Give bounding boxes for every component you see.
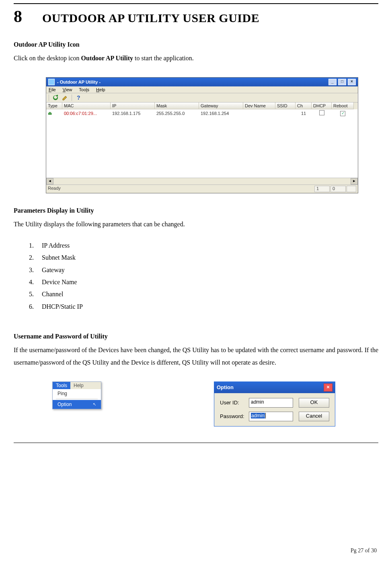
list-item: DHCP/Static IP <box>35 301 378 313</box>
menu-tab-tools[interactable]: Tools <box>53 382 70 389</box>
cell-mask: 255.255.255.0 <box>155 111 199 116</box>
password-value: admin <box>251 413 265 418</box>
cell-mac: 00:06:c7:01:29... <box>62 111 111 116</box>
list-item: Subnet Mask <box>35 252 378 264</box>
top-rule <box>14 3 378 4</box>
cell-gateway: 192.168.1.254 <box>199 111 243 116</box>
svg-text:?: ? <box>77 94 80 101</box>
chapter-title: OUTDOOR AP UTILITY USER GUIDE <box>42 11 259 25</box>
reboot-checkbox[interactable] <box>340 111 345 116</box>
col-reboot[interactable]: Reboot <box>332 103 354 109</box>
menu-item-option-label: Option <box>57 402 72 407</box>
col-ssid[interactable]: SSID <box>275 103 296 109</box>
status-pane-1: 1 <box>314 186 330 192</box>
ok-button[interactable]: OK <box>299 398 329 408</box>
list-item: IP Address <box>35 240 378 252</box>
utility-window: - Outdoor AP Utility - _ □ × File View T… <box>46 77 358 193</box>
list-item: Device Name <box>35 276 378 288</box>
option-dialog: Option × User ID: admin OK Password: adm… <box>214 381 335 427</box>
menu-tab-help[interactable]: Help <box>70 382 87 389</box>
section1-heading: Outdoor AP Utility Icon <box>14 41 378 48</box>
menu-file[interactable]: File <box>49 87 56 92</box>
s1-bold: Outdoor AP Utility <box>81 55 133 62</box>
system-buttons: _ □ × <box>328 79 356 85</box>
userid-field[interactable]: admin <box>249 398 293 408</box>
page-footer: Pg 27 of 30 <box>351 548 377 554</box>
statusbar: Ready 1 0 <box>46 185 358 193</box>
tools-dropdown-menu: Tools Help Ping Option ↖ <box>52 381 101 409</box>
col-mask[interactable]: Mask <box>155 103 199 109</box>
password-field[interactable]: admin <box>249 412 293 421</box>
minimize-button[interactable]: _ <box>328 79 337 85</box>
col-ch[interactable]: Ch <box>296 103 312 109</box>
section3-body: If the username/password of the Devices … <box>14 344 378 369</box>
table-row[interactable]: ⏏ 00:06:c7:01:29... 192.168.1.175 255.25… <box>46 109 358 117</box>
menu-item-option[interactable]: Option ↖ <box>53 400 101 409</box>
col-dhcp[interactable]: DHCP <box>312 103 332 109</box>
status-text: Ready <box>48 186 61 192</box>
dialog-titlebar[interactable]: Option × <box>214 382 335 393</box>
menu-item-ping[interactable]: Ping <box>53 389 101 398</box>
scroll-left-icon[interactable]: ◄ <box>46 178 53 185</box>
col-devname[interactable]: Dev Name <box>243 103 275 109</box>
menu-tools[interactable]: Tools <box>79 87 89 92</box>
h-scrollbar[interactable]: ◄ ► <box>46 178 358 185</box>
col-ip[interactable]: IP <box>111 103 155 109</box>
toolbar-sep2 <box>72 94 72 101</box>
cancel-button[interactable]: Cancel <box>299 412 329 421</box>
cursor-icon: ↖ <box>93 402 96 406</box>
window-title: - Outdoor AP Utility - <box>57 80 101 84</box>
toolbar: ? <box>46 93 358 103</box>
col-type[interactable]: Type <box>46 103 62 109</box>
grid-header: Type MAC IP Mask Gateway Dev Name SSID C… <box>46 103 358 109</box>
scroll-right-icon[interactable]: ► <box>351 178 358 185</box>
userid-value: admin <box>251 399 264 405</box>
text-caret-icon <box>265 413 267 418</box>
col-mac[interactable]: MAC <box>62 103 111 109</box>
list-item: Gateway <box>35 264 378 276</box>
app-icon <box>48 79 55 85</box>
maximize-button[interactable]: □ <box>338 79 346 85</box>
chapter-number: 8 <box>14 8 22 25</box>
dhcp-checkbox[interactable] <box>319 110 324 115</box>
refresh-icon[interactable] <box>52 94 59 101</box>
cell-ch: 11 <box>296 111 312 116</box>
edit-icon[interactable] <box>62 94 68 101</box>
toolbar-sep <box>49 94 49 101</box>
bottom-rule <box>14 443 378 443</box>
resize-grip-icon[interactable] <box>347 186 356 192</box>
dialog-close-button[interactable]: × <box>324 383 332 392</box>
status-pane-2: 0 <box>330 186 346 192</box>
parameters-list: IP Address Subnet Mask Gateway Device Na… <box>35 240 378 313</box>
menubar: File View Tools Help <box>46 86 358 93</box>
section3-heading: Username and Password of Utility <box>14 333 378 340</box>
section1-body: Click on the desktop icon Outdoor AP Uti… <box>14 52 378 64</box>
chapter-row: 8 OUTDOOR AP UTILITY USER GUIDE <box>14 8 378 25</box>
titlebar[interactable]: - Outdoor AP Utility - _ □ × <box>46 78 358 86</box>
grid-body: ⏏ 00:06:c7:01:29... 192.168.1.175 255.25… <box>46 109 358 178</box>
help-icon[interactable]: ? <box>75 94 82 101</box>
userid-label: User ID: <box>220 400 249 406</box>
s1-prefix: Click on the desktop icon <box>14 55 81 62</box>
list-item: Channel <box>35 288 378 300</box>
section2-body: The Utility displays the following param… <box>14 218 378 230</box>
s1-suffix: to start the application. <box>133 55 194 62</box>
cell-ip: 192.168.1.175 <box>111 111 155 116</box>
menu-separator <box>56 399 98 399</box>
menu-view[interactable]: View <box>63 87 72 92</box>
password-label: Password: <box>220 413 249 419</box>
col-gateway[interactable]: Gateway <box>199 103 243 109</box>
menu-help[interactable]: Help <box>96 87 105 92</box>
dialog-title: Option <box>217 384 234 390</box>
device-type-icon: ⏏ <box>46 111 62 116</box>
section2-heading: Parameters Display in Utility <box>14 207 378 214</box>
close-button[interactable]: × <box>348 79 356 85</box>
